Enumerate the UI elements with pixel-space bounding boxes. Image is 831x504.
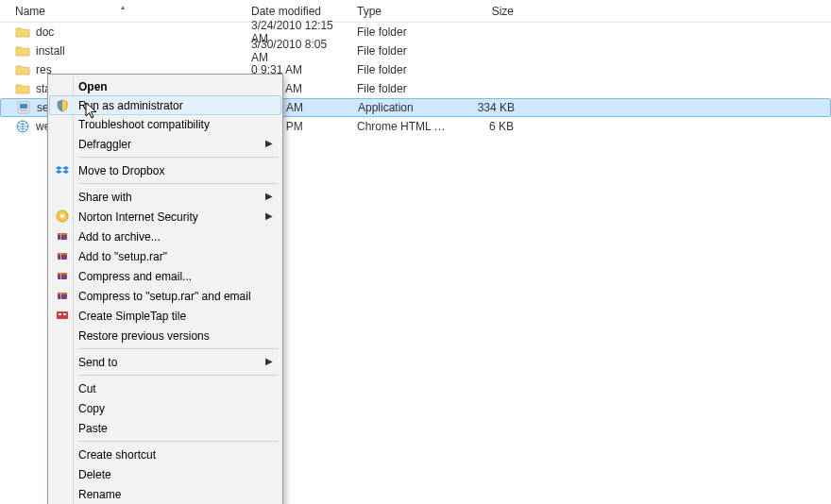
menu-rename-label: Rename [78,488,121,501]
menu-sharewith-label: Share with [78,191,132,204]
svg-rect-20 [63,313,66,315]
file-type-label: File folder [351,25,457,39]
column-header-date-label: Date modified [251,5,321,18]
file-size-label: 334 KB [458,101,524,114]
menu-separator [78,183,279,184]
menu-separator [78,348,279,349]
menu-norton-label: Norton Internet Security [78,210,198,224]
folder-icon [15,43,30,59]
menu-run-as-administrator[interactable]: Run as administrator [49,95,281,115]
menu-restoreprev-label: Restore previous versions [78,329,210,343]
menu-open[interactable]: Open [50,76,280,96]
winrar-icon [55,288,70,303]
file-type-label: Application [352,101,458,114]
svg-rect-1 [20,104,27,109]
menu-move-to-dropbox[interactable]: Move to Dropbox [50,160,280,180]
menu-copy[interactable]: Copy [50,398,280,418]
menu-addsetuprar-label: Add to "setup.rar" [78,250,167,263]
menu-create-shortcut[interactable]: Create shortcut [50,445,280,464]
svg-rect-2 [20,109,27,111]
menu-separator [78,157,279,158]
shield-icon [55,98,70,113]
submenu-arrow-icon: ▶ [265,138,273,148]
menu-troubleshoot-compatibility[interactable]: Troubleshoot compatibility [50,114,280,134]
file-type-label: File folder [351,82,457,95]
menu-simpletap-label: Create SimpleTap tile [78,310,186,323]
column-header-size-label: Size [492,5,514,18]
svg-rect-19 [59,313,61,315]
svg-rect-13 [58,273,67,275]
menu-dropbox-label: Move to Dropbox [78,164,164,177]
menu-restore-previous-versions[interactable]: Restore previous versions [50,326,280,345]
norton-icon [55,209,70,224]
file-date-label: 3/30/2010 8:05 AM [246,38,351,64]
svg-rect-11 [60,253,61,260]
simpletap-icon [55,308,70,323]
sort-ascending-icon: ▴ [0,3,246,11]
file-type-label: File folder [351,63,457,76]
menu-delete-label: Delete [78,468,111,481]
menu-send-to[interactable]: Send to ▶ [50,352,280,372]
svg-rect-17 [60,293,61,299]
menu-troubleshoot-label: Troubleshoot compatibility [78,118,210,131]
folder-icon [15,25,30,40]
column-header-type[interactable]: Type [351,5,457,18]
column-header-type-label: Type [357,5,382,18]
application-icon [16,100,31,115]
column-header-row: ▴ Name Date modified Type Size [0,0,831,23]
column-header-date[interactable]: Date modified [246,5,351,18]
menu-compress-to-setup-rar-and-email[interactable]: Compress to "setup.rar" and email [50,286,280,306]
html-file-icon [15,119,30,134]
menu-paste-label: Paste [78,422,108,435]
menu-cut[interactable]: Cut [50,378,280,398]
svg-rect-8 [60,233,61,240]
menu-copy-label: Copy [78,402,105,415]
file-row[interactable]: install3/30/2010 8:05 AMFile folder [0,42,831,60]
winrar-icon [55,268,70,283]
dropbox-icon [55,162,70,177]
svg-rect-16 [58,293,67,294]
winrar-icon [55,228,70,244]
svg-point-5 [60,214,64,218]
column-header-name[interactable]: ▴ Name [0,5,246,18]
file-size-label: 6 KB [457,120,523,133]
file-type-label: Chrome HTML Do... [351,120,457,133]
menu-delete[interactable]: Delete [50,464,280,484]
menu-sendto-label: Send to [78,356,117,369]
svg-rect-14 [60,273,61,279]
menu-rename[interactable]: Rename [50,484,280,504]
menu-defraggler-label: Defraggler [78,138,131,151]
menu-cut-label: Cut [78,382,96,395]
submenu-arrow-icon: ▶ [265,191,273,201]
svg-rect-18 [57,311,68,319]
svg-rect-10 [58,253,67,255]
menu-add-to-setup-rar[interactable]: Add to "setup.rar" [50,246,280,266]
winrar-icon [55,248,70,263]
menu-addarchive-label: Add to archive... [78,230,161,244]
menu-separator [78,441,279,442]
file-name-label: install [36,44,65,58]
menu-compress-and-email[interactable]: Compress and email... [50,266,280,286]
menu-create-simpletap-tile[interactable]: Create SimpleTap tile [50,306,280,326]
menu-run-as-administrator-label: Run as administrator [78,99,183,112]
menu-compresssetupemail-label: Compress to "setup.rar" and email [78,290,251,303]
submenu-arrow-icon: ▶ [265,210,273,221]
svg-rect-7 [58,233,67,235]
menu-add-to-archive[interactable]: Add to archive... [50,227,280,246]
menu-defraggler[interactable]: Defraggler ▶ [50,134,280,154]
menu-createshortcut-label: Create shortcut [78,448,156,462]
submenu-arrow-icon: ▶ [265,356,273,366]
menu-separator [78,375,279,376]
file-type-label: File folder [351,44,457,58]
folder-icon [15,81,30,96]
menu-open-label: Open [78,80,108,93]
folder-icon [15,62,30,77]
column-header-size[interactable]: Size [457,5,523,18]
file-row[interactable]: doc3/24/2010 12:15 AMFile folder [0,23,831,42]
menu-norton[interactable]: Norton Internet Security ▶ [50,207,280,227]
context-menu: Open Run as administrator Troubleshoot c… [47,74,283,504]
menu-compressemail-label: Compress and email... [78,270,192,283]
menu-share-with[interactable]: Share with ▶ [50,187,280,207]
file-name-label: doc [36,25,54,39]
menu-paste[interactable]: Paste [50,418,280,438]
